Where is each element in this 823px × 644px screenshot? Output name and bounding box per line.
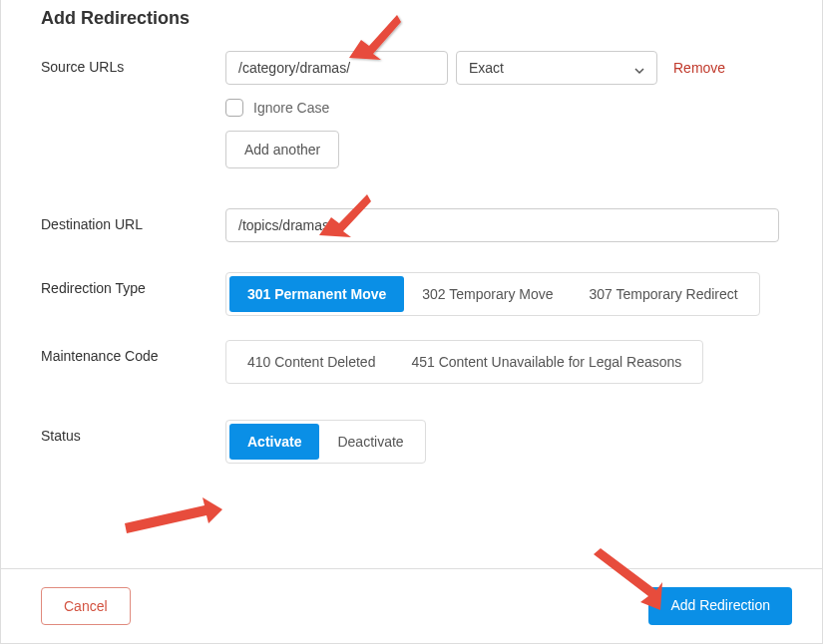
redirection-type-302[interactable]: 302 Temporary Move bbox=[404, 276, 571, 312]
redirection-type-301[interactable]: 301 Permanent Move bbox=[229, 276, 404, 312]
chevron-down-icon bbox=[634, 63, 644, 73]
ignore-case-checkbox[interactable] bbox=[225, 99, 243, 117]
status-label: Status bbox=[41, 420, 225, 464]
maintenance-code-451[interactable]: 451 Content Unavailable for Legal Reason… bbox=[393, 344, 699, 380]
source-urls-label: Source URLs bbox=[41, 51, 225, 168]
page-title: Add Redirections bbox=[41, 8, 792, 29]
add-redirection-button[interactable]: Add Redirection bbox=[648, 587, 792, 625]
source-url-input[interactable] bbox=[225, 51, 448, 85]
status-activate[interactable]: Activate bbox=[229, 424, 319, 460]
remove-source-link[interactable]: Remove bbox=[673, 60, 725, 76]
ignore-case-label: Ignore Case bbox=[253, 100, 329, 116]
maintenance-code-410[interactable]: 410 Content Deleted bbox=[229, 344, 393, 380]
redirection-type-307[interactable]: 307 Temporary Redirect bbox=[572, 276, 756, 312]
add-another-button[interactable]: Add another bbox=[225, 131, 339, 168]
cancel-button[interactable]: Cancel bbox=[41, 587, 131, 625]
maintenance-code-label: Maintenance Code bbox=[41, 340, 225, 384]
match-type-select[interactable]: Exact bbox=[456, 51, 657, 85]
status-deactivate[interactable]: Deactivate bbox=[319, 424, 421, 460]
redirection-type-label: Redirection Type bbox=[41, 272, 225, 316]
destination-url-input[interactable] bbox=[225, 208, 779, 242]
destination-url-label: Destination URL bbox=[41, 208, 225, 242]
match-type-value: Exact bbox=[469, 60, 504, 76]
